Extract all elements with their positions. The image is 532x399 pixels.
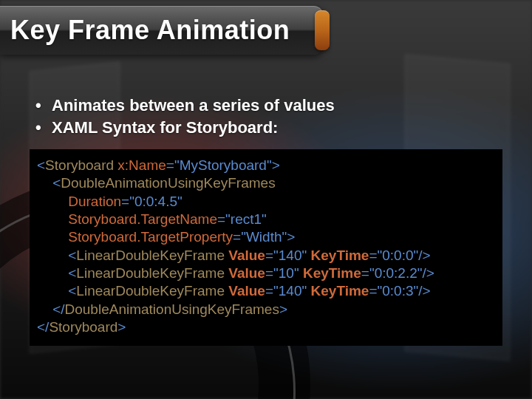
code-line: <Storyboard x:Name="MyStoryboard">	[37, 157, 495, 174]
slide-title: Key Frame Animation	[0, 15, 290, 46]
code-line: <LinearDoubleKeyFrame Value="10" KeyTime…	[37, 265, 495, 282]
code-line: </Storyboard>	[37, 318, 495, 336]
bullet-list: Animates between a series of values XAML…	[30, 95, 502, 138]
code-line: Storyboard.TargetProperty="Width">	[37, 228, 495, 246]
bullet-item: XAML Syntax for Storyboard:	[30, 117, 502, 139]
code-line: </DoubleAnimationUsingKeyFrames>	[37, 301, 495, 318]
code-line: <LinearDoubleKeyFrame Value="140" KeyTim…	[37, 247, 495, 265]
code-line: <DoubleAnimationUsingKeyFrames	[37, 174, 495, 192]
code-line: <LinearDoubleKeyFrame Value="140" KeyTim…	[37, 282, 495, 300]
bullet-item: Animates between a series of values	[30, 95, 502, 117]
slide: Key Frame Animation Animates between a s…	[0, 0, 532, 399]
code-line: Storyboard.TargetName="rect1"	[37, 211, 495, 228]
code-line: Duration="0:0:4.5"	[37, 193, 495, 211]
code-block: <Storyboard x:Name="MyStoryboard"> <Doub…	[30, 149, 502, 346]
title-bar: Key Frame Animation	[0, 6, 324, 55]
slide-body: Animates between a series of values XAML…	[30, 95, 502, 138]
